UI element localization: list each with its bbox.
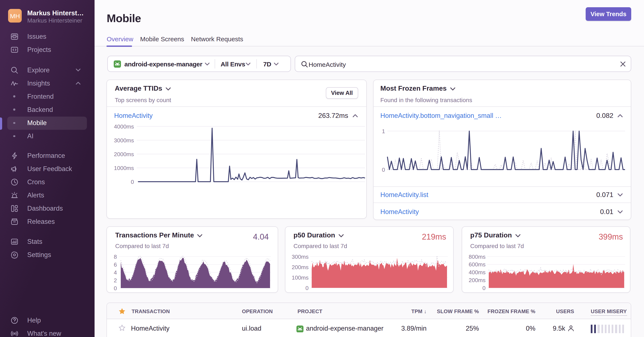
svg-text:8: 8 xyxy=(114,254,117,260)
svg-text:0: 0 xyxy=(305,285,308,291)
svg-text:600ms: 600ms xyxy=(468,261,485,268)
svg-text:200ms: 200ms xyxy=(468,277,485,283)
svg-text:100ms: 100ms xyxy=(292,275,308,281)
svg-text:2000ms: 2000ms xyxy=(114,151,134,157)
svg-text:6: 6 xyxy=(114,262,117,268)
svg-text:4000ms: 4000ms xyxy=(114,123,134,130)
svg-text:0: 0 xyxy=(131,179,134,185)
svg-text:1000ms: 1000ms xyxy=(114,165,134,171)
svg-text:0: 0 xyxy=(382,167,385,173)
svg-text:2: 2 xyxy=(114,277,117,284)
svg-text:0: 0 xyxy=(482,285,485,291)
svg-text:800ms: 800ms xyxy=(468,254,485,260)
svg-text:300ms: 300ms xyxy=(292,254,308,260)
svg-text:4: 4 xyxy=(114,269,117,276)
svg-text:200ms: 200ms xyxy=(292,264,308,270)
svg-text:3000ms: 3000ms xyxy=(114,137,134,143)
svg-text:1: 1 xyxy=(382,128,385,134)
svg-text:400ms: 400ms xyxy=(468,269,485,276)
svg-text:0: 0 xyxy=(114,285,117,292)
